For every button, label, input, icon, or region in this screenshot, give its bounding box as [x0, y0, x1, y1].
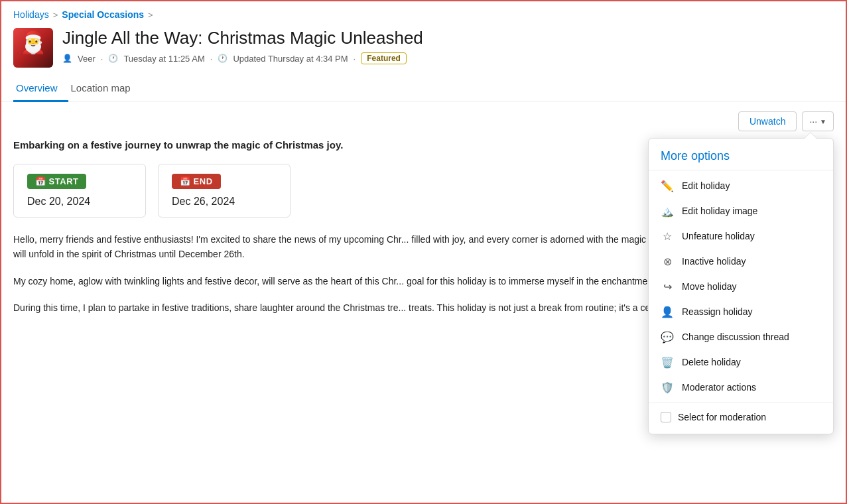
posted-time: Tuesday at 11:25 AM — [123, 54, 204, 64]
discussion-icon: 💬 — [661, 330, 674, 344]
dropdown-item-move-holiday[interactable]: ↪ Move holiday — [649, 274, 833, 299]
tab-overview[interactable]: Overview — [13, 76, 68, 102]
post-meta: 👤 Veer · 🕐 Tuesday at 11:25 AM · 🕐 Updat… — [62, 52, 834, 64]
delete-holiday-label: Delete holiday — [682, 357, 741, 367]
more-dots: ··· — [809, 116, 817, 127]
dropdown-item-select-moderation[interactable]: Select for moderation — [649, 406, 833, 428]
breadcrumb-holidays[interactable]: Holidays — [13, 9, 49, 20]
delete-icon: 🗑️ — [661, 355, 674, 369]
dropdown-item-inactive-holiday[interactable]: ⊗ Inactive holiday — [649, 249, 833, 274]
inactive-icon: ⊗ — [661, 255, 674, 268]
breadcrumb: Holidays > Special Occasions > — [1, 1, 846, 25]
reassign-icon: 👤 — [661, 305, 674, 318]
select-moderation-label: Select for moderation — [678, 412, 766, 422]
inactive-holiday-label: Inactive holiday — [682, 256, 746, 267]
breadcrumb-special-occasions[interactable]: Special Occasions — [62, 9, 144, 20]
image-icon: 🏔️ — [661, 204, 674, 218]
breadcrumb-sep-1: > — [53, 10, 58, 20]
post-header: 🎅 Jingle All the Way: Christmas Magic Un… — [1, 25, 846, 76]
tab-location-map[interactable]: Location map — [68, 76, 141, 102]
avatar: 🎅 — [13, 28, 53, 68]
updated-time: Updated Thursday at 4:34 PM — [233, 54, 348, 64]
more-options-dropdown: More options ✏️ Edit holiday 🏔️ Edit hol… — [648, 138, 834, 434]
dropdown-item-edit-holiday[interactable]: ✏️ Edit holiday — [649, 173, 833, 198]
author-icon: 👤 — [62, 54, 72, 63]
tabs-bar: Overview Location map — [1, 76, 846, 102]
reassign-holiday-label: Reassign holiday — [682, 306, 753, 317]
dropdown-item-moderator-actions[interactable]: 🛡️ Moderator actions — [649, 375, 833, 400]
chevron-down-icon: ▼ — [820, 118, 826, 125]
featured-badge: Featured — [361, 52, 407, 64]
change-discussion-label: Change discussion thread — [682, 332, 789, 342]
shield-icon: 🛡️ — [661, 381, 674, 394]
end-date-card: 📅 END Dec 26, 2024 — [158, 164, 291, 218]
moderation-checkbox[interactable] — [661, 412, 671, 422]
dropdown-divider — [649, 403, 833, 403]
breadcrumb-sep-2: > — [148, 10, 153, 20]
end-date-value: Dec 26, 2024 — [172, 196, 277, 208]
start-label: 📅 START — [27, 174, 86, 189]
edit-holiday-label: Edit holiday — [682, 180, 730, 191]
unfeature-holiday-label: Unfeature holiday — [682, 231, 755, 241]
end-label: 📅 END — [172, 174, 221, 189]
edit-icon: ✏️ — [661, 179, 674, 192]
star-icon: ☆ — [661, 229, 674, 243]
dropdown-item-unfeature-holiday[interactable]: ☆ Unfeature holiday — [649, 223, 833, 249]
dropdown-item-reassign-holiday[interactable]: 👤 Reassign holiday — [649, 299, 833, 324]
start-date-card: 📅 START Dec 20, 2024 — [13, 164, 146, 218]
post-title: Jingle All the Way: Christmas Magic Unle… — [62, 28, 834, 48]
dropdown-item-delete-holiday[interactable]: 🗑️ Delete holiday — [649, 349, 833, 375]
author-name: Veer — [78, 54, 96, 64]
dropdown-title: More options — [649, 144, 833, 170]
dropdown-item-edit-holiday-image[interactable]: 🏔️ Edit holiday image — [649, 198, 833, 223]
toolbar: Unwatch ··· ▼ More options ✏️ Edit holid… — [1, 102, 846, 138]
moderator-actions-label: Moderator actions — [682, 382, 756, 393]
clock-icon-updated: 🕐 — [218, 54, 228, 63]
clock-icon-posted: 🕐 — [108, 54, 118, 63]
unwatch-button[interactable]: Unwatch — [738, 111, 797, 131]
move-holiday-label: Move holiday — [682, 281, 737, 292]
move-icon: ↪ — [661, 280, 674, 293]
start-date-value: Dec 20, 2024 — [27, 196, 132, 208]
dropdown-item-change-discussion[interactable]: 💬 Change discussion thread — [649, 324, 833, 349]
edit-holiday-image-label: Edit holiday image — [682, 206, 757, 216]
header-text: Jingle All the Way: Christmas Magic Unle… — [62, 28, 834, 64]
more-options-button[interactable]: ··· ▼ — [802, 111, 834, 131]
